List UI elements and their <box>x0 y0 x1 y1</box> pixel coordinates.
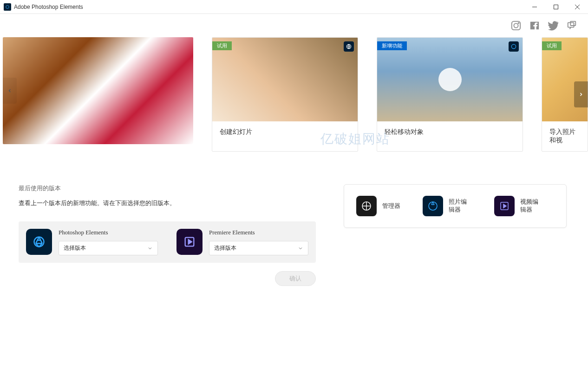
product-name: Photoshop Elements <box>59 229 158 236</box>
card-badge: 新增功能 <box>377 41 407 50</box>
launcher-video-editor[interactable]: 视频编辑器 <box>494 196 543 216</box>
titlebar: Adobe Photoshop Elements <box>0 0 588 14</box>
svg-point-11 <box>511 44 516 48</box>
card-badge: 试用 <box>212 41 232 50</box>
version-heading: 最后使用的版本 <box>19 184 316 193</box>
card-badge: 试用 <box>542 41 562 50</box>
photoshop-elements-icon <box>26 229 52 255</box>
version-item-pse: Photoshop Elements 选择版本 <box>26 229 158 255</box>
launcher-label: 视频编辑器 <box>520 198 543 214</box>
version-box: Photoshop Elements 选择版本 Premiere Element… <box>19 221 316 263</box>
card-title: 创建幻灯片 <box>212 121 358 143</box>
maximize-button[interactable] <box>545 0 567 14</box>
card-title: 导入照片和视 <box>542 121 588 151</box>
window-controls <box>524 0 588 14</box>
svg-point-12 <box>34 237 44 247</box>
app-icon <box>4 3 11 11</box>
svg-point-6 <box>514 23 518 27</box>
version-panel: 最后使用的版本 查看上一个版本后的新增功能。请在下面选择您的旧版本。 Photo… <box>19 184 316 286</box>
version-subtext: 查看上一个版本后的新增功能。请在下面选择您的旧版本。 <box>19 199 316 207</box>
svg-rect-2 <box>554 5 558 9</box>
premiere-elements-icon <box>176 229 203 255</box>
feature-card-slideshow[interactable]: 试用 创建幻灯片 <box>212 37 358 152</box>
carousel-next-button[interactable] <box>574 81 588 107</box>
confirm-button[interactable]: 确认 <box>275 271 316 286</box>
carousel-prev-button[interactable] <box>3 78 17 104</box>
svg-marker-14 <box>189 240 192 244</box>
select-label: 选择版本 <box>214 244 236 252</box>
aperture-icon <box>344 41 354 52</box>
launcher-organizer[interactable]: 管理器 <box>356 196 400 216</box>
launcher-photo-editor[interactable]: 照片编辑器 <box>423 196 472 216</box>
svg-rect-9 <box>570 21 575 26</box>
bottom-row: 最后使用的版本 查看上一个版本后的新增功能。请在下面选择您的旧版本。 Photo… <box>0 152 588 286</box>
twitter-icon[interactable] <box>548 20 558 31</box>
launchers-panel: 管理器 照片编辑器 视频编辑器 <box>344 184 567 228</box>
svg-rect-8 <box>568 23 574 27</box>
close-button[interactable] <box>567 0 588 14</box>
card-title: 轻松移动对象 <box>377 121 523 143</box>
select-label: 选择版本 <box>64 244 86 252</box>
chevron-down-icon <box>147 246 153 251</box>
feedback-icon[interactable] <box>567 20 577 31</box>
chevron-down-icon <box>298 246 303 251</box>
svg-point-7 <box>518 23 519 24</box>
card-image: 试用 <box>212 38 358 121</box>
version-select-pse[interactable]: 选择版本 <box>59 241 158 255</box>
organizer-icon <box>356 196 377 216</box>
aperture-icon <box>509 41 519 52</box>
titlebar-left: Adobe Photoshop Elements <box>4 3 83 11</box>
svg-point-18 <box>429 202 437 210</box>
topbar <box>0 14 588 37</box>
card-image: 试用 <box>542 38 588 121</box>
hero-card[interactable] <box>3 37 193 144</box>
launcher-label: 照片编辑器 <box>449 198 472 214</box>
instagram-icon[interactable] <box>511 20 521 31</box>
photo-editor-icon <box>423 196 443 216</box>
svg-point-0 <box>6 5 9 8</box>
version-select-pre[interactable]: 选择版本 <box>209 241 308 255</box>
video-editor-icon <box>494 196 515 216</box>
minimize-button[interactable] <box>524 0 545 14</box>
feature-card-move-object[interactable]: 新增功能 轻松移动对象 <box>377 37 523 152</box>
svg-marker-20 <box>503 204 506 208</box>
window-title: Adobe Photoshop Elements <box>14 4 83 10</box>
version-item-pre: Premiere Elements 选择版本 <box>176 229 308 255</box>
product-name: Premiere Elements <box>209 229 308 236</box>
launcher-label: 管理器 <box>382 202 400 210</box>
card-image: 新增功能 <box>377 38 523 121</box>
carousel: 试用 创建幻灯片 新增功能 轻松移动对象 试用 导入照片和视 <box>0 37 588 152</box>
facebook-icon[interactable] <box>529 20 540 31</box>
